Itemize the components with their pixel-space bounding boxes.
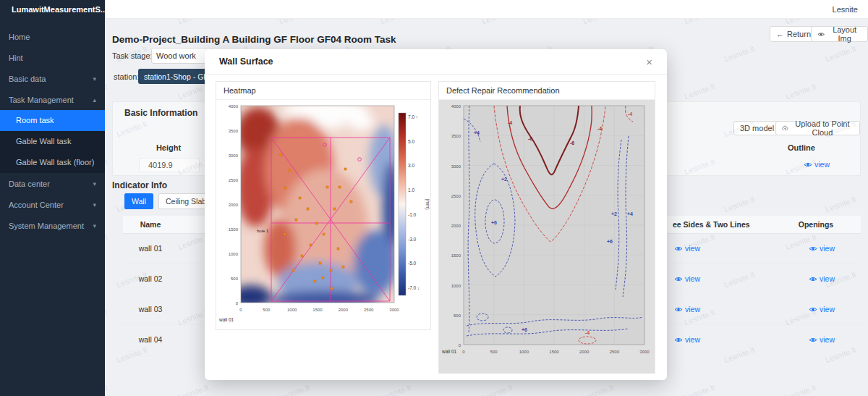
- watermark-text: Lesnite.lt: [784, 19, 817, 25]
- sidebar-item-room-task[interactable]: Room task: [0, 110, 105, 131]
- 3d-model-button[interactable]: 3D model: [733, 121, 780, 135]
- row-view-sides-link[interactable]: view: [674, 244, 700, 253]
- axis-tick-label: 4000: [451, 104, 461, 109]
- outline-column-label: Outline: [776, 143, 827, 152]
- axis-tick-label: 1000: [287, 308, 297, 312]
- basic-information-title: Basic Information: [124, 108, 197, 118]
- 3d-model-button-label: 3D model: [740, 124, 774, 132]
- row-name: wall 02: [129, 264, 172, 294]
- axis-tick-label: 1500: [312, 308, 323, 312]
- contour-label: -4: [585, 330, 590, 335]
- heatmap-y-axis: 40003500300025002000150010005000: [229, 104, 239, 306]
- sidebar-item-label: Task Management: [9, 96, 74, 104]
- watermark-text: Lesnite.lt: [723, 44, 755, 63]
- watermark-text: Lesnite.lt: [723, 195, 755, 214]
- contour-label: +2: [611, 211, 617, 216]
- contour-label: -4: [508, 120, 512, 125]
- row-view-openings-link[interactable]: view: [809, 305, 835, 313]
- axis-tick-label: -3.0: [408, 237, 417, 242]
- heatmap-wall-label: wall 01: [218, 317, 234, 322]
- sidebar-item-account-center[interactable]: Account Center▾: [0, 194, 105, 215]
- height-value-field[interactable]: 4019.9: [139, 158, 200, 172]
- row-view-openings-link[interactable]: view: [809, 335, 835, 344]
- axis-tick-label: 2500: [610, 350, 620, 354]
- axis-tick-label: 1500: [549, 350, 559, 354]
- watermark-text: Lesnite.lt: [105, 383, 109, 396]
- sidebar-item-label: Home: [9, 33, 30, 41]
- tab-wall[interactable]: Wall: [124, 193, 153, 209]
- axis-tick-label: 7.0 ↑: [408, 114, 418, 119]
- eye-icon: [809, 245, 817, 252]
- sidebar-item-label: System Management: [9, 222, 84, 230]
- column-header-sides: ee Sides & Two Lines: [673, 216, 750, 233]
- outline-view-link[interactable]: view: [804, 160, 830, 169]
- watermark-text: Lesnite.lt: [582, 383, 614, 396]
- row-view-sides-link[interactable]: view: [674, 305, 700, 313]
- watermark-text: Lesnite.lt: [824, 44, 856, 63]
- modal-title: Wall Surface: [219, 56, 273, 67]
- sidebar-item-label: Basic data: [9, 75, 46, 83]
- watermark-text: Lesnite.lt: [683, 383, 715, 396]
- sidebar-item-hint[interactable]: Hint: [0, 47, 105, 68]
- axis-tick-label: 5.0: [408, 139, 414, 144]
- sidebar: LumawitMeasurementS... HomeHintBasic dat…: [0, 0, 105, 396]
- eye-icon: [809, 337, 817, 343]
- axis-tick-label: 1500: [451, 253, 461, 258]
- axis-tick-label: 3500: [451, 134, 461, 138]
- colorbar-unit-label: (mm): [425, 198, 430, 209]
- sidebar-item-label: Hint: [9, 54, 23, 62]
- row-view-openings-link[interactable]: view: [809, 274, 835, 283]
- height-label: Height: [154, 143, 183, 152]
- axis-tick-label: 500: [263, 308, 271, 312]
- close-icon[interactable]: ×: [646, 56, 652, 67]
- sidebar-item-gable-wall-task-floor[interactable]: Gable Wall task (floor): [0, 152, 105, 173]
- axis-tick-label: 4000: [229, 104, 239, 109]
- sidebar-item-data-center[interactable]: Data center▾: [0, 173, 105, 194]
- row-view-sides-link[interactable]: view: [674, 274, 700, 283]
- station-label: station:: [114, 72, 139, 81]
- sidebar-item-gable-wall-task[interactable]: Gable Wall task: [0, 131, 105, 152]
- sidebar-item-task-management[interactable]: Task Management▴: [0, 89, 105, 110]
- axis-tick-label: 2500: [364, 308, 374, 312]
- row-view-sides-link[interactable]: view: [674, 335, 700, 344]
- sidebar-item-system-management[interactable]: System Management▾: [0, 215, 105, 236]
- watermark-text: Lesnite.lt: [105, 82, 109, 101]
- watermark-text: Lesnite.lt: [683, 19, 715, 25]
- row-view-openings-link[interactable]: view: [809, 244, 835, 253]
- axis-tick-label: 2000: [339, 308, 349, 312]
- watermark-text: Lesnite.lt: [105, 232, 109, 251]
- app-brand: LumawitMeasurementS...: [0, 0, 105, 19]
- axis-tick-label: 500: [231, 277, 239, 281]
- eye-icon: [674, 276, 683, 282]
- page-title: Demo-Project_Building A Building GF Floo…: [112, 34, 396, 45]
- layout-img-button[interactable]: Layout Img: [811, 26, 868, 42]
- user-name[interactable]: Lesnite: [833, 5, 858, 14]
- upload-point-cloud-button[interactable]: Upload to Point Cloud: [775, 121, 860, 135]
- task-stage-value: Wood work: [156, 51, 196, 60]
- watermark-text: Lesnite.lt: [176, 19, 209, 25]
- sidebar-item-basic-data[interactable]: Basic data▾: [0, 68, 105, 89]
- eye-icon: [674, 245, 683, 252]
- contour-label: -4: [628, 111, 632, 117]
- sidebar-menu: HomeHintBasic data▾Task Management▴Room …: [0, 26, 105, 236]
- sidebar-item-home[interactable]: Home: [0, 26, 105, 47]
- contour-label: +2: [501, 177, 507, 182]
- watermark-text: Lesnite.lt: [105, 308, 109, 327]
- defect-panel-title: Defect Repair Recommendation: [439, 82, 655, 100]
- axis-tick-label: 2500: [229, 178, 239, 182]
- axis-tick-label: 3500: [229, 129, 239, 133]
- view-label: view: [820, 244, 835, 253]
- chevron-up-icon: ▴: [93, 96, 96, 104]
- return-button-label: Return: [787, 30, 811, 38]
- view-label: view: [685, 244, 700, 253]
- axis-tick-label: 3000: [639, 350, 650, 354]
- axis-tick-label: 1.0: [408, 188, 414, 193]
- defect-plot: -4-6-6-4-4+4+2+6+2+4+6+6-4 4000350030002…: [439, 100, 655, 374]
- topbar: Lesnite: [105, 0, 868, 19]
- heatmap-colorbar: [399, 113, 406, 295]
- contour-label: +4: [474, 130, 480, 135]
- axis-tick-label: 1500: [229, 227, 239, 232]
- watermark-text: Lesnite.lt: [784, 383, 817, 396]
- view-label: view: [685, 335, 700, 344]
- sidebar-item-label: Account Center: [9, 201, 64, 209]
